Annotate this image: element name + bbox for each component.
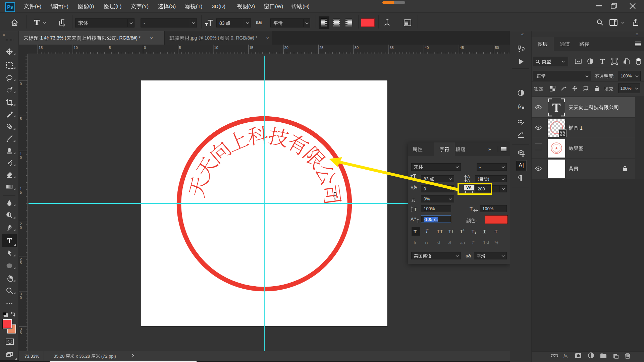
svg-text:T: T (470, 206, 473, 212)
svg-text:T: T (414, 206, 417, 212)
svg-text:A: A (411, 217, 414, 222)
svg-text:a: a (414, 217, 416, 220)
svg-text:fx: fx (564, 353, 567, 358)
svg-text:fx: fx (518, 104, 522, 109)
svg-text:V: V (411, 185, 414, 190)
svg-text:A: A (467, 178, 470, 183)
